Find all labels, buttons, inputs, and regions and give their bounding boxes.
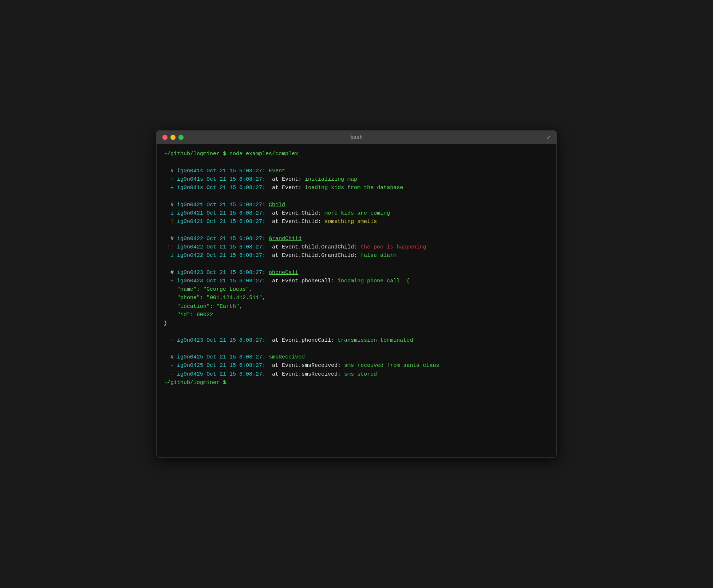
window-title: bash <box>350 134 363 140</box>
maximize-button[interactable] <box>178 135 184 140</box>
titlebar: bash ⤢ <box>157 131 556 144</box>
final-prompt: ~/github/logminer $ <box>164 380 229 386</box>
expand-icon[interactable]: ⤢ <box>547 134 551 140</box>
terminal-body[interactable]: ~/github/logminer $ node examples/comple… <box>157 144 556 457</box>
close-button[interactable] <box>162 135 168 140</box>
prompt-line: ~/github/logminer $ node examples/comple… <box>164 151 298 157</box>
terminal-window: bash ⤢ ~/github/logminer $ node examples… <box>156 130 557 458</box>
terminal-content: ~/github/logminer $ node examples/comple… <box>164 150 549 387</box>
minimize-button[interactable] <box>170 135 176 140</box>
traffic-lights <box>162 135 184 140</box>
